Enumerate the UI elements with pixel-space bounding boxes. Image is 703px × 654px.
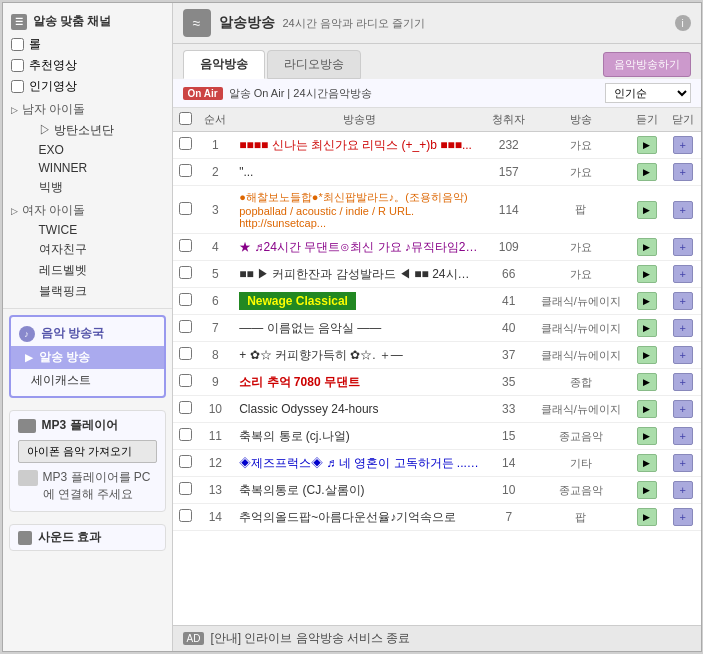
music-broadcast-section: ♪ 음악 방송국 ▶ 알송 방송 세이캐스트 [9, 315, 166, 398]
follow-button[interactable]: + [673, 427, 693, 445]
sort-select[interactable]: 인기순 최신순 가나다순 [605, 83, 691, 103]
app-container: ☰ 알송 맞춤 채널 롤 추천영상 인기영상 ▷ 남자 아이돌 ▷ 방탄소년단 … [2, 2, 702, 652]
row-checkbox[interactable] [179, 347, 192, 360]
sidebar-item-bts[interactable]: ▷ 방탄소년단 [3, 120, 172, 141]
start-broadcast-button[interactable]: 음악방송하기 [603, 52, 691, 77]
sidebar-item-winner[interactable]: WINNER [3, 159, 172, 177]
sidebar-item-blackpink[interactable]: 블랙핑크 [3, 281, 172, 302]
play-button[interactable]: ▶ [637, 400, 657, 418]
play-button[interactable]: ▶ [637, 454, 657, 472]
expand-icon2: ▷ [11, 206, 18, 216]
sidebar-item-redvelvet[interactable]: 레드벨벳 [3, 260, 172, 281]
mp3-connect-label: MP3 플레이어를 PC에 연결해 주세요 [18, 467, 157, 505]
sidebar-item-twice[interactable]: TWICE [3, 221, 172, 239]
main-content: ≈ 알송방송 24시간 음악과 라디오 즐기기 i 음악방송 라디오방송 음악방… [173, 3, 701, 651]
select-all-checkbox[interactable] [179, 112, 192, 125]
follow-button[interactable]: + [673, 508, 693, 526]
follow-button[interactable]: + [673, 319, 693, 337]
sound-section: 사운드 효과 [9, 524, 166, 551]
col-listeners: 청취자 [485, 108, 532, 132]
row-checkbox[interactable] [179, 482, 192, 495]
sidebar-item-roll[interactable]: 롤 [3, 34, 172, 55]
follow-button[interactable]: + [673, 400, 693, 418]
row-checkbox[interactable] [179, 137, 192, 150]
tab-music-broadcast[interactable]: 음악방송 [183, 50, 265, 79]
sidebar-item-recommended[interactable]: 추천영상 [3, 55, 172, 76]
row-checkbox[interactable] [179, 239, 192, 252]
play-button[interactable]: ▶ [637, 481, 657, 499]
table-row: 1 ■■■■ 신나는 최신가요 리믹스 (+_+)b ■■■... 232 가요… [173, 132, 701, 159]
follow-button[interactable]: + [673, 265, 693, 283]
tab-radio-broadcast[interactable]: 라디오방송 [267, 50, 361, 79]
active-dot: ▶ [25, 352, 33, 363]
table-row: 3 ●해찰보노들합●*최신팝발라드♪。(조용히음악) popballad / a… [173, 186, 701, 234]
play-button[interactable]: ▶ [637, 346, 657, 364]
tabs-row: 음악방송 라디오방송 음악방송하기 [173, 44, 701, 79]
sound-icon [18, 531, 32, 545]
follow-button[interactable]: + [673, 163, 693, 181]
play-button[interactable]: ▶ [637, 265, 657, 283]
play-button[interactable]: ▶ [637, 373, 657, 391]
follow-button[interactable]: + [673, 373, 693, 391]
expand-icon: ▷ [11, 105, 18, 115]
row-checkbox[interactable] [179, 401, 192, 414]
sidebar-item-alsong-broadcast[interactable]: ▶ 알송 방송 [11, 346, 164, 369]
row-checkbox[interactable] [179, 374, 192, 387]
play-button[interactable]: ▶ [637, 508, 657, 526]
follow-button[interactable]: + [673, 201, 693, 219]
ad-badge: AD [183, 632, 205, 645]
col-checkbox [173, 108, 198, 132]
row-checkbox[interactable] [179, 164, 192, 177]
mp3-title: MP3 플레이어 [18, 417, 157, 434]
row-checkbox[interactable] [179, 266, 192, 279]
play-button[interactable]: ▶ [637, 163, 657, 181]
follow-button[interactable]: + [673, 238, 693, 256]
table-row: 10 Classic Odyssey 24-hours 33 클래식/뉴에이지 … [173, 396, 701, 423]
sidebar-item-popular[interactable]: 인기영상 [3, 76, 172, 97]
sidebar: ☰ 알송 맞춤 채널 롤 추천영상 인기영상 ▷ 남자 아이돌 ▷ 방탄소년단 … [3, 3, 173, 651]
play-button[interactable]: ▶ [637, 319, 657, 337]
col-name: 방송명 [233, 108, 485, 132]
recommended-checkbox[interactable] [11, 59, 24, 72]
channel-section-title: ☰ 알송 맞춤 채널 [3, 9, 172, 34]
popular-checkbox[interactable] [11, 80, 24, 93]
sidebar-item-bigbang[interactable]: 빅뱅 [3, 177, 172, 198]
roll-checkbox[interactable] [11, 38, 24, 51]
table-row: 9 소리 추억 7080 무댄트 35 종합 ▶ + [173, 369, 701, 396]
follow-button[interactable]: + [673, 292, 693, 310]
ad-bar: AD [안내] 인라이브 음악방송 서비스 종료 [173, 625, 701, 651]
play-button[interactable]: ▶ [637, 201, 657, 219]
iphone-load-button[interactable]: 아이폰 음악 가져오기 [18, 440, 157, 463]
table-row: 4 ★ ♬24시간 무댄트⊙최신 가요 ♪뮤직타임24♬ 109 가요 ▶ + [173, 234, 701, 261]
row-checkbox[interactable] [179, 509, 192, 522]
sidebar-item-girlsfriend[interactable]: 여자친구 [3, 239, 172, 260]
row-checkbox[interactable] [179, 202, 192, 215]
music-icon: ♪ [19, 326, 35, 342]
play-button[interactable]: ▶ [637, 238, 657, 256]
channel-section: ☰ 알송 맞춤 채널 롤 추천영상 인기영상 ▷ 남자 아이돌 ▷ 방탄소년단 … [3, 3, 172, 309]
row-checkbox[interactable] [179, 428, 192, 441]
play-button[interactable]: ▶ [637, 427, 657, 445]
sidebar-item-exo[interactable]: EXO [3, 141, 172, 159]
col-follow: 닫기 [665, 108, 701, 132]
row-checkbox[interactable] [179, 293, 192, 306]
music-table: 순서 방송명 청취자 방송 듣기 닫기 1 ■■■■ 신나는 최신가요 리믹스 … [173, 108, 701, 531]
row-checkbox[interactable] [179, 320, 192, 333]
sidebar-category-male: ▷ 남자 아이돌 [3, 97, 172, 120]
play-button[interactable]: ▶ [637, 136, 657, 154]
music-table-container[interactable]: 순서 방송명 청취자 방송 듣기 닫기 1 ■■■■ 신나는 최신가요 리믹스 … [173, 108, 701, 625]
ad-text: [안내] 인라이브 음악방송 서비스 종료 [210, 630, 410, 647]
follow-button[interactable]: + [673, 346, 693, 364]
sidebar-item-secast[interactable]: 세이캐스트 [11, 369, 164, 392]
follow-button[interactable]: + [673, 136, 693, 154]
follow-button[interactable]: + [673, 454, 693, 472]
table-row: 8 + ✿☆ 커피향가득히 ✿☆. ＋— 37 클래식/뉴에이지 ▶ + [173, 342, 701, 369]
pc-icon [18, 470, 38, 486]
row-checkbox[interactable] [179, 455, 192, 468]
onair-text: 알송 On Air | 24시간음악방송 [229, 86, 605, 101]
play-button[interactable]: ▶ [637, 292, 657, 310]
info-button[interactable]: i [675, 15, 691, 31]
follow-button[interactable]: + [673, 481, 693, 499]
table-row: 12 ◈제즈프럭스◈ ♬ 네 영혼이 고독하거든 ..... ◈ 14 기타 ▶… [173, 450, 701, 477]
onair-bar: On Air 알송 On Air | 24시간음악방송 인기순 최신순 가나다순 [173, 79, 701, 108]
